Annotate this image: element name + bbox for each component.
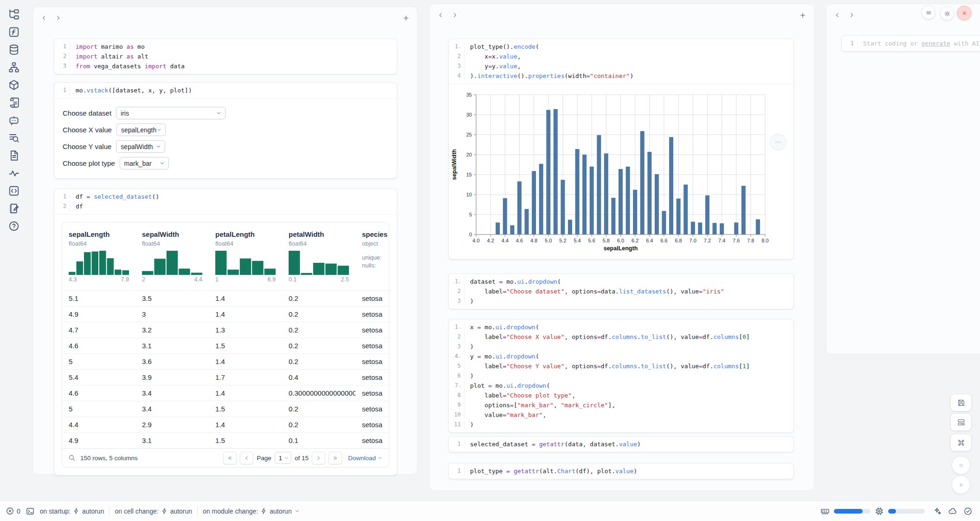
- chevron-down-icon: [155, 143, 161, 150]
- menu-button[interactable]: [922, 6, 935, 20]
- control-dataset: Choose dataset iris: [63, 107, 388, 119]
- config-label: on startup:: [40, 508, 71, 515]
- config-label: on cell change:: [115, 508, 158, 515]
- dataframe-table: sepalLengthfloat644.37.9sepalWidthfloat6…: [62, 222, 389, 468]
- connected-check-icon[interactable]: [963, 507, 973, 516]
- terminal-icon[interactable]: [26, 507, 35, 516]
- close-button[interactable]: [957, 6, 972, 20]
- table-row[interactable]: 4.63.11.50.2setosa: [62, 338, 389, 353]
- code-editor-selected[interactable]: 1selected_dataset = getattr(data, datase…: [449, 436, 793, 452]
- add-cell-icon[interactable]: [402, 14, 410, 22]
- layout-button[interactable]: [950, 413, 972, 431]
- panel-next-icon[interactable]: [55, 14, 62, 21]
- error-indicator[interactable]: 0: [6, 507, 20, 515]
- table-scroll-area[interactable]: sepalLengthfloat644.37.9sepalWidthfloat6…: [62, 222, 389, 448]
- first-page-button[interactable]: [223, 452, 237, 464]
- data-sources-icon[interactable]: [8, 44, 20, 56]
- code-editor-vstack[interactable]: 1mo.vstack([dataset, x, y, plot]): [54, 83, 397, 98]
- cell-change-runtime-config[interactable]: on cell change: autorun: [115, 508, 192, 515]
- add-cell-icon[interactable]: [799, 12, 806, 19]
- bar-chart[interactable]: 051015202530354.04.24.44.64.85.05.25.45.…: [450, 86, 793, 259]
- table-row[interactable]: 4.73.21.30.2setosa: [62, 322, 389, 338]
- page-label: Page: [257, 455, 271, 462]
- svg-text:7.0: 7.0: [690, 238, 696, 243]
- svg-text:4.6: 4.6: [516, 238, 523, 243]
- svg-text:25: 25: [466, 132, 472, 137]
- command-palette-button[interactable]: [950, 434, 972, 451]
- ai-sparkles-icon[interactable]: [933, 507, 942, 516]
- documentation-icon[interactable]: [8, 150, 20, 162]
- table-row[interactable]: 4.931.40.2setosa: [62, 306, 389, 322]
- ellipsis-icon: [774, 137, 783, 147]
- column-header-petalLength[interactable]: petalLengthfloat6416.9: [209, 230, 282, 290]
- panel-next-icon[interactable]: [848, 12, 855, 19]
- code-editor-dataset[interactable]: 1⌄dataset = mo.ui.dropdown(2 label="Choo…: [449, 274, 793, 309]
- help-icon[interactable]: [8, 220, 20, 232]
- panel-left-nav: [40, 14, 62, 21]
- stop-button[interactable]: [952, 456, 970, 475]
- snippets-icon[interactable]: [8, 185, 20, 197]
- y-value-select[interactable]: sepalWidth: [116, 140, 165, 153]
- code-editor-plot[interactable]: 1⌄plot_type().encode(2 x=x.value,3 y=y.v…: [449, 39, 793, 84]
- code-line: 1mo.vstack([dataset, x, y, plot]): [54, 85, 397, 95]
- code-line: 1plot_type = getattr(alt.Chart(df), plot…: [449, 466, 793, 476]
- scratchpad-icon[interactable]: [8, 132, 20, 144]
- table-row[interactable]: 5.43.91.70.4setosa: [62, 369, 389, 385]
- svg-text:6.8: 6.8: [675, 238, 682, 243]
- save-button[interactable]: [950, 394, 972, 411]
- variables-icon[interactable]: [8, 26, 20, 38]
- ai-chat-icon[interactable]: [8, 114, 20, 126]
- download-button[interactable]: Download: [348, 455, 383, 462]
- code-editor-xyplot[interactable]: 1⌄x = mo.ui.dropdown(2 label="Choose X v…: [449, 319, 793, 432]
- code-editor-plottype[interactable]: 1plot_type = getattr(alt.Chart(df), plot…: [449, 463, 793, 479]
- code-editor-imports[interactable]: 1import marimo as mo2import altair as al…: [54, 39, 397, 74]
- control-x-value: Choose X value sepalLength: [63, 124, 388, 136]
- code-editor-empty[interactable]: 1Start coding or generate with AI: [842, 36, 980, 51]
- startup-runtime-config[interactable]: on startup: autorun: [40, 508, 104, 515]
- panel-right-nav: [834, 12, 855, 19]
- dependency-graph-icon[interactable]: [8, 61, 20, 73]
- x-value-select[interactable]: sepalLength: [116, 124, 166, 136]
- plot-type-select[interactable]: mark_bar: [120, 157, 169, 169]
- search-icon[interactable]: [68, 454, 76, 462]
- table-row[interactable]: 53.61.40.2setosa: [62, 353, 389, 369]
- zap-icon: [260, 508, 267, 514]
- code-line: 11): [449, 420, 793, 430]
- prev-page-button[interactable]: [240, 452, 253, 464]
- svg-text:7.2: 7.2: [704, 238, 711, 243]
- code-line: 1import marimo as mo: [54, 42, 397, 52]
- column-header-sepalLength[interactable]: sepalLengthfloat644.37.9: [62, 230, 135, 290]
- panel-prev-icon[interactable]: [40, 14, 47, 21]
- cpu-usage-meter: [888, 509, 925, 514]
- dataset-select[interactable]: iris: [116, 107, 226, 119]
- last-page-button[interactable]: [329, 452, 342, 464]
- code-editor-df[interactable]: 1df = selected_dataset()2df: [54, 189, 397, 214]
- table-row[interactable]: 4.63.41.40.30000000000000004setosa: [62, 385, 389, 401]
- table-row[interactable]: 4.93.11.50.1setosa: [62, 432, 389, 448]
- svg-text:6.0: 6.0: [617, 238, 624, 243]
- module-change-runtime-config[interactable]: on module change: autorun: [203, 508, 300, 515]
- column-header-sepalWidth[interactable]: sepalWidthfloat6424.4: [135, 230, 209, 290]
- run-button[interactable]: [952, 475, 970, 494]
- column-histogram: [142, 251, 202, 275]
- notebook-icon[interactable]: [8, 202, 20, 215]
- table-row[interactable]: 5.13.51.40.2setosa: [62, 290, 389, 306]
- panel-prev-icon[interactable]: [834, 12, 841, 19]
- cell-selected-dataset: 1selected_dataset = getattr(data, datase…: [448, 436, 794, 452]
- kernel-status-icon[interactable]: [948, 507, 957, 516]
- packages-icon[interactable]: [8, 79, 20, 91]
- next-page-button[interactable]: [312, 452, 325, 464]
- column-header-species[interactable]: speciesobjectunique:nulls:: [355, 230, 389, 290]
- svg-text:sepalLength: sepalLength: [604, 245, 638, 252]
- chart-menu-button[interactable]: [770, 134, 787, 150]
- table-row[interactable]: 53.41.50.2setosa: [62, 401, 389, 417]
- panel-next-icon[interactable]: [451, 12, 458, 19]
- tracing-icon[interactable]: [8, 167, 20, 179]
- logs-icon[interactable]: [8, 97, 20, 109]
- panel-prev-icon[interactable]: [437, 12, 444, 19]
- page-select[interactable]: 1: [275, 452, 291, 464]
- settings-button[interactable]: [940, 7, 954, 20]
- column-header-petalWidth[interactable]: petalWidthfloat640.12.5: [282, 230, 355, 290]
- file-explorer-icon[interactable]: [8, 8, 20, 20]
- table-row[interactable]: 4.42.91.40.2setosa: [62, 417, 389, 432]
